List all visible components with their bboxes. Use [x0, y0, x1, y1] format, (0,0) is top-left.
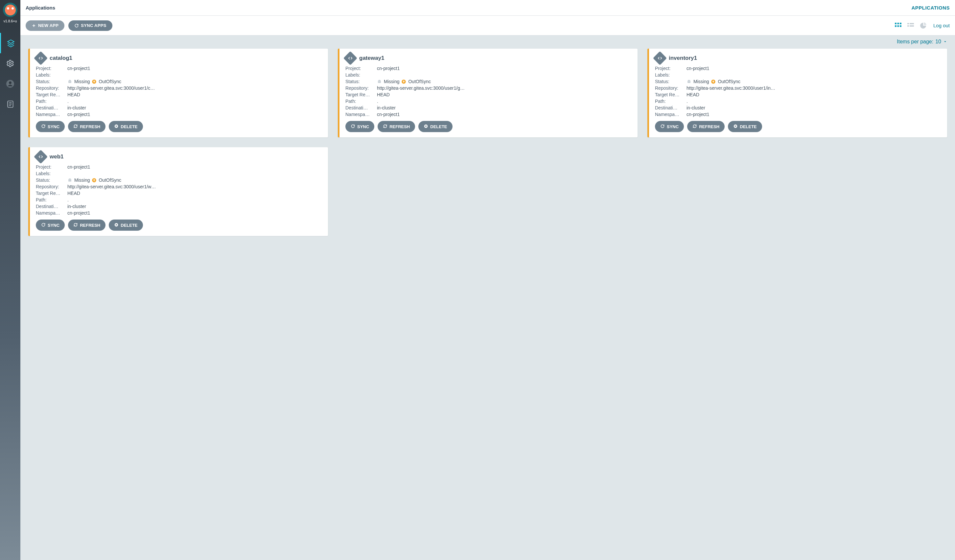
svg-rect-4	[895, 23, 897, 24]
button-label: DELETE	[740, 124, 756, 129]
row-label: Target Re…	[345, 92, 374, 97]
delete-button[interactable]: DELETE	[109, 121, 142, 132]
button-label: DELETE	[430, 124, 447, 129]
sync-apps-button[interactable]: SYNC APPS	[68, 20, 112, 31]
sidebar-item-applications[interactable]	[0, 33, 20, 53]
svg-point-18	[379, 81, 379, 81]
notebook-icon	[6, 100, 14, 108]
row-value: in-cluster	[377, 105, 632, 110]
row-value: http://gitea-server.gitea.svc:3000/user1…	[687, 86, 941, 91]
app-card[interactable]: gateway1Project:cn-project1Labels:Status…	[338, 48, 637, 138]
row-label: Status:	[655, 79, 684, 84]
svg-point-23	[689, 81, 690, 81]
delete-icon	[114, 222, 119, 228]
pager[interactable]: Items per page: 10	[20, 36, 955, 45]
refresh-button[interactable]: REFRESH	[68, 219, 105, 231]
refresh-icon	[73, 222, 78, 228]
svg-rect-7	[895, 25, 897, 27]
new-app-button[interactable]: NEW APP	[26, 20, 64, 31]
row-label: Destinati…	[345, 105, 374, 110]
row-label: Target Re…	[36, 191, 65, 196]
logo-icon	[3, 3, 17, 17]
row-label: Labels:	[655, 72, 684, 78]
delete-button[interactable]: DELETE	[418, 121, 452, 132]
sidebar-item-user[interactable]	[0, 74, 20, 94]
row-label: Status:	[345, 79, 374, 84]
pie-view-icon[interactable]	[919, 22, 927, 30]
app-name: catalog1	[50, 55, 72, 61]
row-value: http://gitea-server.gitea.svc:3000/user1…	[67, 86, 322, 91]
row-value: HEAD	[67, 92, 322, 97]
refresh-button[interactable]: REFRESH	[687, 121, 725, 132]
svg-point-19	[380, 81, 380, 81]
sync-button[interactable]: SYNC	[36, 121, 65, 132]
pager-value: 10	[935, 39, 941, 45]
row-value: cn-project1	[687, 66, 941, 71]
button-label: REFRESH	[80, 124, 100, 129]
breadcrumb-applications[interactable]: APPLICATIONS	[911, 5, 950, 11]
app-name: web1	[50, 153, 64, 160]
svg-rect-13	[910, 25, 914, 27]
status-value: Missing OutOfSync	[67, 177, 322, 183]
sync-button[interactable]: SYNC	[345, 121, 374, 132]
app-icon	[343, 51, 357, 65]
delete-button[interactable]: DELETE	[728, 121, 762, 132]
tiles-view-icon[interactable]	[894, 22, 902, 30]
sidebar-item-docs[interactable]	[0, 94, 20, 114]
sync-icon	[351, 124, 355, 130]
pager-label: Items per page:	[897, 39, 933, 45]
app-card[interactable]: inventory1Project:cn-project1Labels:Stat…	[647, 48, 947, 138]
gear-icon	[6, 59, 14, 68]
svg-rect-10	[907, 23, 909, 24]
svg-point-2	[9, 81, 11, 84]
row-value: .	[377, 99, 632, 104]
row-value: cn-project1	[67, 164, 322, 170]
row-value: in-cluster	[67, 105, 322, 110]
row-label: Path:	[36, 197, 65, 202]
button-label: REFRESH	[390, 124, 410, 129]
page-title: Applications	[26, 5, 55, 11]
topbar: Applications APPLICATIONS	[20, 0, 955, 16]
layers-icon	[6, 39, 15, 47]
applications-grid: catalog1Project:cn-project1Labels:Status…	[20, 45, 955, 247]
delete-button[interactable]: DELETE	[109, 219, 142, 231]
refresh-icon	[692, 124, 697, 130]
svg-rect-12	[907, 25, 909, 27]
row-value: HEAD	[67, 191, 322, 196]
app-card[interactable]: catalog1Project:cn-project1Labels:Status…	[28, 48, 328, 138]
svg-point-22	[688, 81, 689, 81]
svg-point-0	[9, 63, 11, 65]
row-value: cn-project1	[377, 112, 632, 117]
main: Applications APPLICATIONS NEW APP SYNC A…	[20, 0, 955, 560]
logout-link[interactable]: Log out	[933, 23, 950, 28]
row-label: Repository:	[345, 86, 374, 91]
sidebar: v1.8.6+u	[0, 0, 20, 560]
sync-icon	[660, 124, 665, 130]
sync-button[interactable]: SYNC	[36, 219, 65, 231]
list-view-icon[interactable]	[906, 22, 915, 30]
row-label: Status:	[36, 79, 65, 84]
button-label: SYNC	[357, 124, 369, 129]
refresh-button[interactable]: REFRESH	[377, 121, 415, 132]
svg-point-14	[69, 81, 70, 81]
refresh-icon	[383, 124, 387, 130]
row-label: Labels:	[36, 72, 65, 78]
row-label: Labels:	[345, 72, 374, 78]
refresh-button[interactable]: REFRESH	[68, 121, 105, 132]
row-label: Project:	[36, 164, 65, 170]
app-card[interactable]: web1Project:cn-project1Labels:Status:Mis…	[28, 147, 328, 236]
row-label: Path:	[655, 99, 684, 104]
button-label: DELETE	[121, 223, 137, 228]
user-icon	[6, 80, 14, 88]
delete-icon	[733, 124, 738, 130]
sidebar-item-settings[interactable]	[0, 53, 20, 74]
row-value	[67, 171, 322, 176]
sync-button[interactable]: SYNC	[655, 121, 684, 132]
row-value: cn-project1	[687, 112, 941, 117]
button-label: REFRESH	[699, 124, 719, 129]
row-value: http://gitea-server.gitea.svc:3000/user1…	[377, 86, 632, 91]
view-toggle	[894, 22, 927, 30]
button-label: SYNC	[667, 124, 679, 129]
row-label: Target Re…	[36, 92, 65, 97]
row-label: Path:	[345, 99, 374, 104]
